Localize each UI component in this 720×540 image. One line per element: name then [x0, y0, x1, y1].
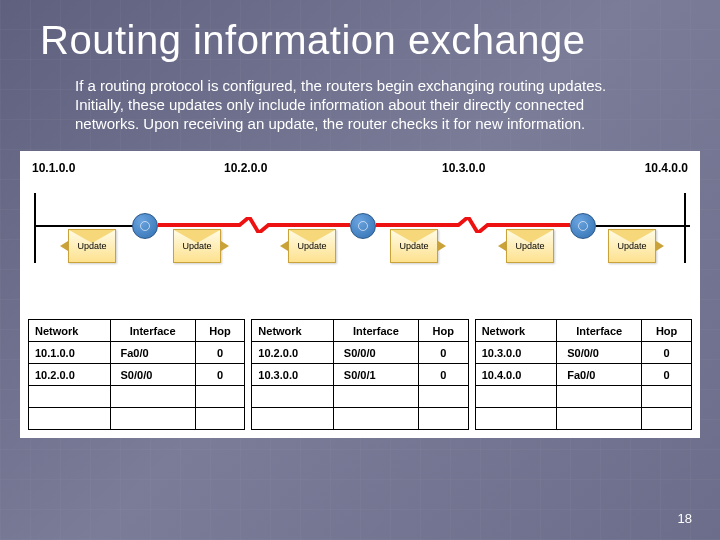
- col-network: Network: [475, 320, 557, 342]
- table-row: 10.3.0.0 S0/0/1 0: [252, 364, 468, 386]
- table-row: 10.3.0.0 S0/0/0 0: [475, 342, 691, 364]
- update-label: Update: [77, 241, 106, 251]
- update-label: Update: [617, 241, 646, 251]
- cell-interface: Fa0/0: [110, 342, 195, 364]
- update-packet: Update: [68, 229, 116, 263]
- arrow-right-icon: [438, 241, 446, 251]
- link-ethernet-right: [596, 225, 690, 227]
- table-row: [252, 386, 468, 408]
- col-hop: Hop: [418, 320, 468, 342]
- arrow-right-icon: [221, 241, 229, 251]
- table-header-row: Network Interface Hop: [252, 320, 468, 342]
- cell-network: 10.2.0.0: [29, 364, 111, 386]
- table-row: [475, 408, 691, 430]
- routing-table: Network Interface Hop 10.1.0.0 Fa0/0 0 1…: [28, 319, 245, 430]
- router-icon: [350, 213, 376, 239]
- router-icon: [132, 213, 158, 239]
- topology: Update Update Update Update Update Updat…: [28, 185, 692, 275]
- cell-network: 10.2.0.0: [252, 342, 334, 364]
- cell-hop: 0: [418, 364, 468, 386]
- table-row: [29, 408, 245, 430]
- link-ethernet-left: [36, 225, 134, 227]
- update-label: Update: [399, 241, 428, 251]
- cell-network: 10.4.0.0: [475, 364, 557, 386]
- network-label-3: 10.3.0.0: [442, 161, 485, 175]
- table-header-row: Network Interface Hop: [29, 320, 245, 342]
- update-packet: Update: [608, 229, 656, 263]
- cell-hop: 0: [642, 342, 692, 364]
- table-row: 10.4.0.0 Fa0/0 0: [475, 364, 691, 386]
- col-hop: Hop: [642, 320, 692, 342]
- slide-number: 18: [678, 511, 692, 526]
- cell-network: 10.1.0.0: [29, 342, 111, 364]
- table-row: 10.1.0.0 Fa0/0 0: [29, 342, 245, 364]
- envelope-icon: Update: [506, 229, 554, 263]
- arrow-right-icon: [656, 241, 664, 251]
- network-label-2: 10.2.0.0: [224, 161, 267, 175]
- routing-table: Network Interface Hop 10.3.0.0 S0/0/0 0 …: [475, 319, 692, 430]
- update-label: Update: [515, 241, 544, 251]
- col-interface: Interface: [333, 320, 418, 342]
- envelope-icon: Update: [68, 229, 116, 263]
- update-label: Update: [297, 241, 326, 251]
- cell-network: 10.3.0.0: [252, 364, 334, 386]
- network-label-1: 10.1.0.0: [32, 161, 75, 175]
- col-network: Network: [29, 320, 111, 342]
- cell-interface: S0/0/0: [333, 342, 418, 364]
- cell-hop: 0: [195, 342, 245, 364]
- col-interface: Interface: [557, 320, 642, 342]
- col-hop: Hop: [195, 320, 245, 342]
- envelope-icon: Update: [288, 229, 336, 263]
- cell-interface: S0/0/0: [110, 364, 195, 386]
- cell-hop: 0: [195, 364, 245, 386]
- router-icon: [570, 213, 596, 239]
- update-packet: Update: [173, 229, 221, 263]
- col-network: Network: [252, 320, 334, 342]
- table-row: [475, 386, 691, 408]
- cell-hop: 0: [418, 342, 468, 364]
- update-label: Update: [182, 241, 211, 251]
- update-packet: Update: [288, 229, 336, 263]
- envelope-icon: Update: [390, 229, 438, 263]
- update-packet: Update: [390, 229, 438, 263]
- routing-table: Network Interface Hop 10.2.0.0 S0/0/0 0 …: [251, 319, 468, 430]
- table-row: 10.2.0.0 S0/0/0 0: [252, 342, 468, 364]
- cell-interface: Fa0/0: [557, 364, 642, 386]
- network-label-4: 10.4.0.0: [645, 161, 688, 175]
- table-row: [29, 386, 245, 408]
- slide-title: Routing information exchange: [0, 0, 720, 77]
- envelope-icon: Update: [608, 229, 656, 263]
- cell-network: 10.3.0.0: [475, 342, 557, 364]
- table-row: [252, 408, 468, 430]
- lan-segment-right: [684, 193, 686, 263]
- arrow-left-icon: [498, 241, 506, 251]
- routing-tables: Network Interface Hop 10.1.0.0 Fa0/0 0 1…: [28, 319, 692, 430]
- slide-body-text: If a routing protocol is configured, the…: [0, 77, 720, 151]
- network-diagram: 10.1.0.0 10.2.0.0 10.3.0.0 10.4.0.0 Upda…: [20, 151, 700, 438]
- update-packet: Update: [506, 229, 554, 263]
- network-labels: 10.1.0.0 10.2.0.0 10.3.0.0 10.4.0.0: [28, 161, 692, 181]
- col-interface: Interface: [110, 320, 195, 342]
- cell-interface: S0/0/1: [333, 364, 418, 386]
- arrow-left-icon: [60, 241, 68, 251]
- arrow-left-icon: [280, 241, 288, 251]
- table-row: 10.2.0.0 S0/0/0 0: [29, 364, 245, 386]
- envelope-icon: Update: [173, 229, 221, 263]
- cell-hop: 0: [642, 364, 692, 386]
- cell-interface: S0/0/0: [557, 342, 642, 364]
- table-header-row: Network Interface Hop: [475, 320, 691, 342]
- lan-segment-left: [34, 193, 36, 263]
